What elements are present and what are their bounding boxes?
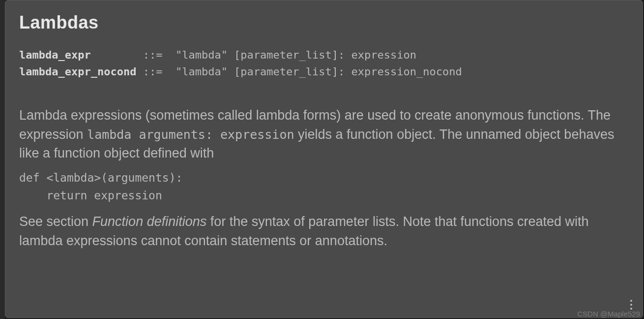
documentation-tooltip: Lambdas lambda_expr ::= "lambda" [parame… [5,0,643,318]
grammar-block: lambda_expr ::= "lambda" [parameter_list… [19,47,629,80]
more-vertical-icon[interactable] [627,299,636,311]
grammar-spacing [91,49,143,61]
doc-heading: Lambdas [19,12,629,33]
inline-code: lambda arguments: expression [87,128,294,142]
para-text: See section [19,214,92,229]
code-block: def <lambda>(arguments): return expressi… [19,169,629,204]
doc-paragraph: Lambda expressions (sometimes called lam… [19,106,629,162]
grammar-rule-name: lambda_expr [19,49,91,61]
grammar-separator: ::= [143,65,163,78]
editor-background-strip [0,0,5,319]
reference-link[interactable]: Function definitions [92,214,207,229]
grammar-rhs: "lambda" [parameter_list]: expression [162,49,416,61]
grammar-rhs: "lambda" [parameter_list]: expression_no… [162,65,462,78]
grammar-spacing [136,65,143,78]
doc-paragraph: See section Function definitions for the… [19,212,629,250]
grammar-rule-name: lambda_expr_nocond [19,65,136,78]
grammar-separator: ::= [143,49,163,61]
watermark-text: CSDN @Maple529 [577,310,640,318]
